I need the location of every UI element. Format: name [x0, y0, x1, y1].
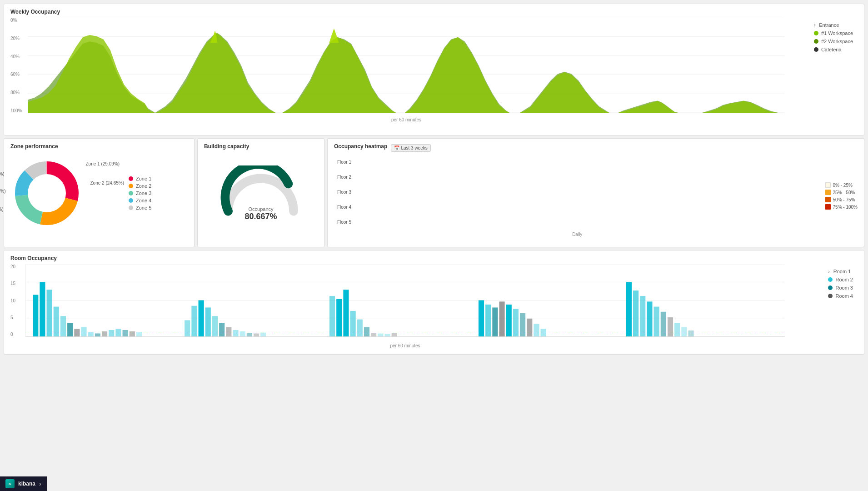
zone1-label: Zone 1 (29.09%): [86, 161, 120, 166]
chevron-icon: ›: [814, 23, 815, 28]
heatmap-xlabel: Daily: [334, 232, 821, 237]
svg-rect-72: [479, 301, 484, 337]
heatmap-legend-0: 0% - 25%: [825, 182, 858, 188]
gauge-value: 80.667%: [244, 212, 277, 221]
gauge-container: Occupancy 80.667%: [204, 152, 318, 234]
svg-rect-80: [534, 324, 539, 336]
svg-marker-17: [520, 72, 609, 113]
room-xlabel: per 60 minutes: [25, 343, 785, 348]
svg-rect-48: [130, 331, 135, 336]
workspace2-dot: [814, 39, 818, 44]
zone-title: Zone performance: [10, 143, 188, 150]
svg-rect-62: [329, 296, 335, 336]
zone-legend-3: Zone 3: [129, 190, 151, 196]
room-occupancy-panel: Room Occupancy 0 5 10 15 20: [4, 250, 864, 355]
room3-dot: [828, 286, 833, 290]
room-legend-3: Room 3: [828, 285, 853, 291]
svg-rect-52: [199, 301, 204, 337]
heatmap-floor4-row: Floor 4: [334, 200, 821, 214]
svg-rect-41: [81, 327, 86, 336]
svg-rect-77: [513, 309, 519, 336]
zone-legend: Zone 1 Zone 2 Zone 3 Zone 4: [129, 176, 151, 210]
svg-point-28: [287, 182, 289, 185]
svg-rect-43: [95, 333, 100, 336]
legend-box-0: [825, 182, 831, 188]
svg-rect-81: [541, 329, 546, 336]
zone2-legend-label: Zone 2: [136, 183, 151, 189]
date-badge[interactable]: 📅 Last 3 weeks: [391, 144, 430, 152]
svg-rect-89: [674, 323, 680, 336]
room-chart-svg-container: [25, 264, 785, 337]
legend-cafeteria: Cafeteria: [814, 47, 853, 52]
svg-rect-86: [654, 307, 659, 336]
svg-rect-87: [661, 312, 666, 336]
floor3-label: Floor 3: [334, 190, 353, 195]
weekly-svg: [28, 18, 785, 113]
cafeteria-dot: [814, 47, 818, 52]
svg-rect-66: [357, 320, 363, 336]
kibana-bar[interactable]: K kibana ›: [0, 476, 47, 491]
heatmap-legend-1: 25% - 50%: [825, 190, 858, 195]
zone-performance-panel: Zone performance: [4, 138, 195, 247]
legend-box-3: [825, 204, 831, 210]
svg-marker-13: [329, 29, 339, 43]
svg-rect-39: [67, 323, 73, 336]
heatmap-legend-2: 50% - 75%: [825, 197, 858, 202]
room-legend-1: › Room 1: [828, 269, 853, 274]
heatmap-content: Floor 1: [334, 155, 858, 237]
zone2-label: Zone 2 (24.65%): [90, 180, 125, 185]
svg-rect-34: [33, 295, 38, 336]
heatmap-title-row: Occupancy heatmap 📅 Last 3 weeks: [334, 143, 858, 152]
room-legend-2: Room 2: [828, 277, 853, 282]
heatmap-panel: Occupancy heatmap 📅 Last 3 weeks Floor 1: [327, 138, 864, 247]
weekly-legend: › Entrance #1 Workspace #2 Workspace Caf…: [814, 22, 853, 52]
svg-rect-88: [668, 317, 673, 336]
legend-entrance-label: Entrance: [819, 22, 839, 28]
heatmap-grid: Floor 1: [334, 155, 821, 237]
gauge-label: Occupancy: [244, 206, 277, 212]
svg-rect-46: [115, 329, 121, 336]
svg-rect-36: [47, 290, 52, 336]
room1-label: Room 1: [833, 269, 851, 274]
room2-label: Room 2: [835, 277, 853, 282]
svg-rect-67: [364, 327, 369, 336]
legend-box-1: [825, 190, 831, 195]
zone5-label: Zone 5 (11.82%): [0, 171, 5, 176]
svg-rect-85: [647, 301, 652, 336]
svg-rect-38: [60, 316, 66, 336]
floor4-label: Floor 4: [334, 205, 353, 210]
svg-rect-90: [681, 327, 687, 336]
zone5-legend-label: Zone 5: [136, 205, 151, 210]
svg-rect-37: [54, 307, 59, 336]
legend-cafeteria-label: Cafeteria: [821, 47, 842, 52]
svg-rect-54: [212, 316, 218, 336]
svg-rect-69: [378, 333, 383, 336]
building-capacity-panel: Building capacity Occupancy 80.667%: [197, 138, 324, 247]
svg-marker-7: [28, 35, 155, 113]
weekly-yaxis: 100% 80% 60% 40% 20% 0%: [10, 18, 26, 113]
svg-rect-51: [191, 306, 197, 336]
heatmap-floor3-row: Floor 3: [334, 185, 821, 199]
room-legend: › Room 1 Room 2 Room 3 Room 4: [828, 269, 853, 299]
weekly-chart-area: 100% 80% 60% 40% 20% 0%: [10, 18, 858, 122]
legend-workspace2: #2 Workspace: [814, 39, 853, 44]
svg-rect-35: [40, 282, 45, 336]
donut-svg: [10, 157, 83, 230]
svg-rect-73: [485, 305, 491, 336]
middle-row: Zone performance: [4, 138, 864, 247]
svg-rect-83: [633, 291, 639, 336]
svg-marker-9: [155, 33, 275, 113]
svg-rect-76: [506, 305, 512, 336]
heatmap-legend: 0% - 25% 25% - 50% 50% - 75% 75% - 100%: [825, 155, 858, 237]
zone-content: Zone 1 (29.09%) Zone 2 (24.65%) Zone 3 (…: [10, 152, 188, 234]
svg-rect-74: [492, 307, 498, 336]
floor1-label: Floor 1: [334, 160, 353, 165]
svg-rect-82: [626, 282, 632, 336]
legend-entrance: › Entrance: [814, 22, 853, 28]
svg-rect-59: [247, 333, 252, 336]
building-title: Building capacity: [204, 143, 318, 150]
legend-box-2: [825, 197, 831, 202]
svg-rect-84: [640, 296, 645, 336]
floor5-label: Floor 5: [334, 220, 353, 225]
room4-label: Room 4: [835, 293, 853, 299]
